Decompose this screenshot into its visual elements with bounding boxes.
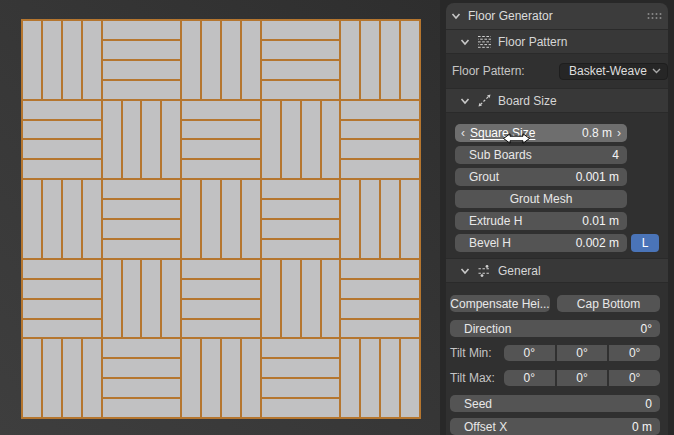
floor-square (182, 180, 260, 258)
floor-board (182, 339, 200, 417)
field-label: Grout (455, 170, 499, 184)
subpanel-header-board-size[interactable]: Board Size (446, 88, 668, 112)
floor-board (43, 21, 61, 99)
field-label: Tilt Max: (450, 371, 504, 385)
chevron-down-icon (652, 68, 661, 74)
field-value: 0° (576, 346, 587, 360)
button-label: Grout Mesh (510, 192, 573, 206)
floor-board (103, 61, 181, 79)
floor-board (162, 260, 180, 338)
floor-board (322, 260, 340, 338)
tilt-min-y-field[interactable]: 0° (557, 345, 608, 361)
floor-board (381, 339, 399, 417)
cap-bottom-button[interactable]: Cap Bottom (557, 295, 660, 312)
sub-boards-field[interactable]: Sub Boards 4 (455, 146, 627, 164)
tilt-max-y-field[interactable]: 0° (557, 370, 608, 386)
chevron-down-icon[interactable] (460, 37, 470, 47)
floor-board (182, 260, 260, 278)
field-value: 0° (576, 371, 587, 385)
floor-square (341, 260, 419, 338)
tilt-max-z-field[interactable]: 0° (609, 370, 660, 386)
chevron-down-icon[interactable] (460, 266, 470, 276)
floor-board (361, 21, 379, 99)
floor-board (142, 101, 160, 179)
floor-square (103, 180, 181, 258)
floor-board (63, 180, 81, 258)
floor-board (23, 280, 101, 298)
subpanel-header-general[interactable]: General (446, 258, 668, 282)
compensate-height-button[interactable]: Compensate Hei... (450, 295, 550, 312)
field-value: 0° (524, 371, 535, 385)
floor-board (262, 61, 340, 79)
field-value: 0° (629, 346, 640, 360)
seed-field[interactable]: Seed 0 (450, 395, 660, 412)
floor-square (182, 21, 260, 99)
panel-header-floor-generator[interactable]: Floor Generator (446, 3, 668, 29)
offset-x-field[interactable]: Offset X 0 m (450, 418, 660, 435)
floor-board (182, 280, 260, 298)
floor-square (262, 339, 340, 417)
floor-square (23, 339, 101, 417)
floor-board (262, 399, 340, 417)
extrude-h-field[interactable]: Extrude H 0.01 m (455, 212, 627, 230)
floor-board (242, 21, 260, 99)
floor-board (23, 320, 101, 338)
floor-square (341, 21, 419, 99)
floor-square (262, 260, 340, 338)
floor-square (103, 260, 181, 338)
floor-square (103, 21, 181, 99)
dimension-icon (477, 94, 492, 108)
floor-board (63, 21, 81, 99)
floor-board (401, 21, 419, 99)
tilt-min-x-field[interactable]: 0° (504, 345, 555, 361)
floor-board (262, 359, 340, 377)
floor-square (262, 101, 340, 179)
lock-toggle-button[interactable]: L (631, 234, 659, 252)
floor-board (262, 240, 340, 258)
horizontal-resize-cursor (503, 133, 530, 145)
field-value: 0° (524, 346, 535, 360)
subpanel-title: Board Size (498, 94, 557, 108)
board-size-body: ‹ Square Size 0.8 m › Sub Boards 4 Grout… (446, 112, 668, 258)
floor-board (182, 121, 260, 139)
slider-left-arrow[interactable]: ‹ (459, 127, 467, 139)
floor-board (103, 220, 181, 238)
floor-square (182, 339, 260, 417)
floor-board (162, 101, 180, 179)
chevron-down-icon[interactable] (460, 96, 470, 106)
floor-board (282, 101, 300, 179)
field-value: 0° (641, 322, 660, 336)
tilt-min-z-field[interactable]: 0° (609, 345, 660, 361)
grout-mesh-button[interactable]: Grout Mesh (455, 190, 627, 208)
floor-board (142, 260, 160, 338)
floor-square (103, 101, 181, 179)
bevel-h-field[interactable]: Bevel H 0.002 m (455, 234, 627, 252)
floor-board (182, 320, 260, 338)
floor-board (242, 339, 260, 417)
floor-board (341, 101, 419, 119)
slider-right-arrow[interactable]: › (615, 127, 623, 139)
direction-field[interactable]: Direction 0° (450, 320, 660, 337)
floor-pattern-dropdown[interactable]: Basket-Weave (559, 63, 668, 80)
floor-board (182, 300, 260, 318)
chevron-down-icon[interactable] (451, 11, 461, 21)
floor-board (23, 180, 41, 258)
floor-board (222, 339, 240, 417)
viewport-3d[interactable] (0, 0, 440, 435)
floor-board (282, 260, 300, 338)
floor-board (341, 140, 419, 158)
tilt-max-x-field[interactable]: 0° (504, 370, 555, 386)
square-size-slider[interactable]: ‹ Square Size 0.8 m › (455, 124, 627, 142)
floor-board (103, 41, 181, 59)
subpanel-header-floor-pattern[interactable]: Floor Pattern (446, 29, 668, 53)
grout-field[interactable]: Grout 0.001 m (455, 168, 627, 186)
floor-board (103, 81, 181, 99)
floor-board (262, 81, 340, 99)
floor-board (182, 180, 200, 258)
drag-grip-icon[interactable] (647, 12, 662, 20)
settings-sliders-icon (477, 264, 492, 278)
field-value: 0.01 m (582, 214, 627, 228)
tilt-min-row: Tilt Min: 0° 0° 0° (450, 345, 660, 361)
floor-board (341, 160, 419, 178)
floor-board (361, 339, 379, 417)
